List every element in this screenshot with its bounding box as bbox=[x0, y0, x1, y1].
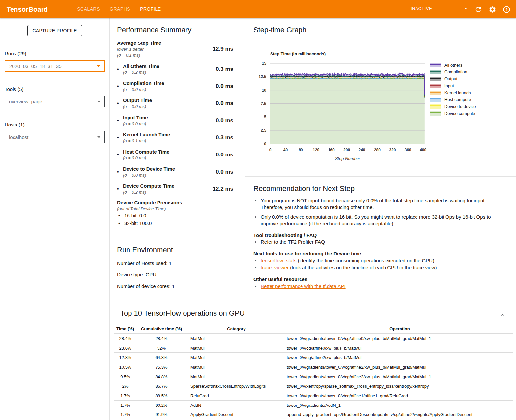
metric-text: Compilation Time (σ = 0.0 ms) bbox=[123, 80, 164, 92]
refresh-icon bbox=[474, 6, 482, 13]
svg-text:?: ? bbox=[505, 7, 507, 11]
hosts-label: Hosts (1) bbox=[5, 122, 109, 127]
metric-output-time: Output Time (σ = 0.0 ms) 0.0 ms bbox=[117, 98, 239, 109]
legend-item-all-others: All others bbox=[430, 63, 476, 67]
svg-text:320: 320 bbox=[389, 148, 396, 152]
metric-text: Device to Device Time (σ = 0.0 ms) bbox=[123, 166, 175, 178]
metric-text: Kernel Launch Time (σ = 0.1 ms) bbox=[123, 132, 170, 143]
gear-icon bbox=[489, 6, 496, 13]
table-row: 1.7% 90.2% AddN tower_0/v/gradients/AddN… bbox=[114, 400, 513, 410]
hosts-select-value: localhost bbox=[9, 134, 97, 140]
svg-text:240: 240 bbox=[359, 148, 365, 152]
settings-button[interactable] bbox=[488, 5, 497, 14]
cell-time: 28.4% bbox=[114, 336, 137, 341]
nav-tabs: SCALARS GRAPHS PROFILE bbox=[72, 0, 166, 18]
metric-value: 0.0 ms bbox=[216, 169, 239, 175]
metric-average-step-time: Average Step Time lower is better (σ = 0… bbox=[117, 40, 239, 58]
legend-label: Device compute bbox=[444, 111, 475, 116]
performance-summary-card: Performance Summary Average Step Time lo… bbox=[110, 18, 245, 237]
metric-value: 0.0 ms bbox=[216, 100, 239, 107]
link-description: (look at the activities on the timeline … bbox=[289, 265, 437, 270]
faq-heading: Tool troubleshooting / FAQ bbox=[253, 232, 506, 238]
chevron-up-icon bbox=[500, 312, 506, 318]
svg-text:15: 15 bbox=[262, 61, 267, 66]
bullet-text: Your program is NOT input-bound because … bbox=[261, 197, 506, 210]
refresh-button[interactable] bbox=[474, 5, 482, 14]
svg-text:400: 400 bbox=[420, 148, 426, 152]
bullet bbox=[117, 135, 123, 141]
chart-y-axis-title: Step Time (in milliseconds) bbox=[270, 51, 326, 56]
legend-swatch bbox=[430, 70, 441, 74]
status-dropdown[interactable]: INACTIVE bbox=[410, 5, 468, 14]
tab-scalars[interactable]: SCALARS bbox=[72, 0, 105, 18]
cell-category: MatMul bbox=[186, 336, 287, 341]
bullet bbox=[117, 83, 123, 89]
right-column: Step-time Graph Step Time (in millisecon… bbox=[245, 18, 516, 298]
trace-viewer-link[interactable]: trace_viewer bbox=[261, 265, 289, 270]
step-time-chart-area: Step Time (in milliseconds) 02.557.51012… bbox=[250, 51, 516, 173]
svg-text:40: 40 bbox=[283, 148, 288, 152]
cell-category: MatMul bbox=[186, 355, 287, 360]
metric-label: Input Time bbox=[123, 115, 148, 120]
top-ops-table: Time (%) Cumulative time (%) Category Op… bbox=[114, 324, 513, 419]
chart-legend: All others Compilation Output bbox=[430, 63, 476, 116]
metric-sigma: (σ = 0.1 ms) bbox=[117, 53, 161, 58]
legend-swatch bbox=[430, 98, 441, 102]
precision-value: 32-bit: 100.0 bbox=[124, 220, 152, 226]
runs-select[interactable]: 2020_03_05_18_31_35 bbox=[5, 60, 105, 72]
hosts-select[interactable]: localhost bbox=[5, 131, 105, 143]
metric-value: 0.0 ms bbox=[216, 83, 239, 90]
bullet bbox=[117, 118, 123, 124]
tools-select[interactable]: overview_page bbox=[5, 96, 105, 107]
metric-sigma: (σ = 0.0 ms) bbox=[123, 155, 169, 160]
metric-sigma: (σ = 0.0 ms) bbox=[123, 104, 152, 109]
tool-bullet: tensorflow_stats (identify the time-cons… bbox=[253, 257, 506, 264]
tfdata-api-link[interactable]: Better performance with the tf.data API bbox=[261, 283, 346, 289]
tab-graphs[interactable]: GRAPHS bbox=[105, 0, 135, 18]
header-actions: INACTIVE ? bbox=[410, 5, 511, 14]
cell-cumulative: 75.3% bbox=[137, 365, 186, 370]
bullet bbox=[117, 212, 124, 219]
recommendation-card: Recommendation for Next Step Your progra… bbox=[245, 177, 516, 290]
svg-text:80: 80 bbox=[299, 148, 303, 152]
col-header-time: Time (%) bbox=[114, 326, 137, 331]
bullet bbox=[253, 265, 261, 271]
metric-input-time: Input Time (σ = 0.0 ms) 0.0 ms bbox=[117, 115, 239, 126]
bullet bbox=[253, 239, 261, 245]
svg-text:2.5: 2.5 bbox=[261, 128, 266, 133]
metric-text: All Others Time (σ = 0.2 ms) bbox=[123, 63, 159, 75]
collapse-button[interactable] bbox=[500, 312, 506, 318]
svg-text:120: 120 bbox=[313, 148, 319, 152]
table-row: 1.7% 91.9% ApplyGradientDescent append_a… bbox=[114, 410, 513, 419]
svg-text:0: 0 bbox=[264, 142, 266, 146]
cell-cumulative: 64.8% bbox=[137, 355, 186, 360]
table-row: 10.5% 75.3% MatMul tower_0/v/gradients/t… bbox=[114, 362, 513, 372]
tensorflow-stats-link[interactable]: tensorflow_stats bbox=[261, 258, 296, 263]
cell-operation: tower_0/v/xentropy/sparse_softmax_cross_… bbox=[287, 384, 513, 389]
tool-bullet: trace_viewer (look at the activities on … bbox=[253, 265, 506, 271]
resources-heading: Other useful resources bbox=[253, 276, 506, 282]
metric-device-compute-time: Device Compute Time (σ = 0.2 ms) 12.2 ms bbox=[117, 183, 239, 195]
metric-device-to-device-time: Device to Device Time (σ = 0.0 ms) 0.0 m… bbox=[117, 166, 239, 178]
device-compute-precisions: Device Compute Precisions (out of Total … bbox=[117, 200, 239, 226]
capture-profile-button[interactable]: CAPTURE PROFILE bbox=[27, 25, 82, 36]
metric-value: 0.0 ms bbox=[216, 117, 239, 124]
legend-item-compilation: Compilation bbox=[430, 70, 476, 74]
chevron-down-icon bbox=[97, 136, 100, 138]
tab-profile[interactable]: PROFILE bbox=[135, 0, 166, 18]
legend-item-kernel-launch: Kernel launch bbox=[430, 91, 476, 95]
metric-text: Output Time (σ = 0.0 ms) bbox=[123, 98, 152, 109]
metric-label: Average Step Time bbox=[117, 40, 161, 46]
svg-text:360: 360 bbox=[405, 148, 411, 152]
table-row: 12.8% 64.8% MatMul tower_0/v/cg/affine2/… bbox=[114, 352, 513, 362]
recommendation-title: Recommendation for Next Step bbox=[253, 184, 506, 193]
help-button[interactable]: ? bbox=[502, 5, 511, 14]
metric-label: All Others Time bbox=[123, 63, 159, 69]
metric-host-compute-time: Host Compute Time (σ = 0.0 ms) 0.0 ms bbox=[117, 149, 239, 160]
svg-text:7.5: 7.5 bbox=[261, 101, 266, 106]
app-header: TensorBoard SCALARS GRAPHS PROFILE INACT… bbox=[0, 0, 516, 18]
env-hosts-used: Number of Hosts used: 1 bbox=[117, 260, 238, 266]
cell-cumulative: 28.4% bbox=[137, 336, 186, 341]
chevron-down-icon bbox=[97, 101, 100, 102]
table-row: 23.6% 52% MatMul tower_0/v/cg/affine0/xw… bbox=[114, 343, 513, 352]
